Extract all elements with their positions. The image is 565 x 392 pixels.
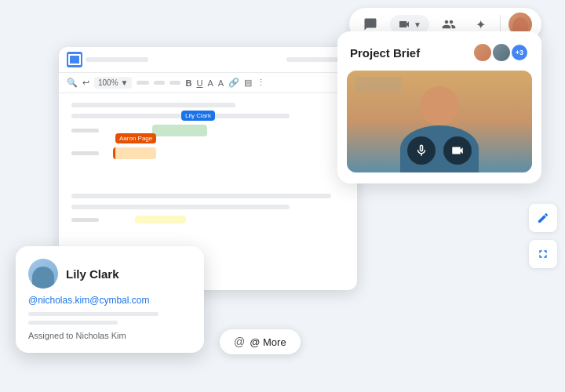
more-label: @ More bbox=[250, 336, 286, 348]
profile-email[interactable]: @nicholas.kim@cymbal.com bbox=[28, 295, 191, 306]
profile-header: Lily Clark bbox=[28, 259, 191, 289]
highlight-btn: A bbox=[218, 78, 224, 88]
person-head bbox=[420, 86, 459, 125]
profile-name: Lily Clark bbox=[66, 267, 119, 281]
profile-line-2 bbox=[28, 321, 118, 325]
t2-minus bbox=[137, 81, 149, 85]
avatar-count: +3 bbox=[510, 43, 529, 62]
at-icon: @ bbox=[234, 336, 245, 348]
video-panel-header: Project Brief +3 bbox=[337, 31, 541, 71]
lily-clark-tag: Lily Clark bbox=[181, 111, 215, 121]
t2-15 bbox=[154, 81, 165, 85]
comment-btn: ▤ bbox=[244, 78, 252, 88]
participants-avatars: +3 bbox=[472, 42, 529, 63]
gantt-chart: Lily Clark Aaron Page bbox=[71, 125, 344, 187]
aaron-page-tag: Aaron Page bbox=[115, 133, 156, 143]
docs-edit-toolbar: 🔍 ↩ 100% ▼ B U A A 🔗 ▤ ⋮ bbox=[59, 73, 357, 93]
avatar-2 bbox=[491, 42, 512, 63]
more-button[interactable]: @ @ More bbox=[220, 329, 301, 354]
profile-avatar bbox=[28, 259, 58, 289]
docs-top-bar bbox=[59, 47, 357, 73]
docs-icon bbox=[67, 52, 82, 67]
project-brief-title: Project Brief bbox=[350, 46, 420, 60]
expand-icon-button[interactable] bbox=[529, 240, 557, 268]
profile-line-1 bbox=[28, 312, 159, 316]
avatar-silhouette bbox=[32, 267, 54, 289]
doc-title-placeholder bbox=[86, 57, 148, 62]
more-btn-docs: ⋮ bbox=[257, 78, 265, 88]
underline-btn: U bbox=[196, 78, 202, 88]
camera-button[interactable] bbox=[443, 136, 472, 165]
docs-content: Lily Clark Aaron Page bbox=[59, 93, 357, 233]
doc-line bbox=[71, 194, 331, 198]
italic-btn: A bbox=[207, 78, 213, 88]
bold-btn: B bbox=[185, 78, 191, 88]
assigned-label: Assigned to Nicholas Kim bbox=[28, 331, 191, 340]
doc-line bbox=[71, 205, 290, 209]
undo-icon: ↩ bbox=[82, 78, 89, 88]
zoom-icon: 🔍 bbox=[67, 78, 78, 88]
side-icons bbox=[529, 204, 557, 268]
edit-icon-button[interactable] bbox=[529, 204, 557, 232]
zoom-level: 100% bbox=[98, 78, 118, 87]
sparkle-icon: ✦ bbox=[476, 17, 486, 32]
link-btn: 🔗 bbox=[228, 78, 239, 88]
kitchen-shelf bbox=[355, 77, 402, 93]
video-controls bbox=[407, 136, 472, 165]
t2-plus bbox=[170, 81, 180, 85]
video-thumbnail bbox=[347, 71, 532, 172]
doc-line bbox=[71, 103, 235, 107]
video-panel: Project Brief +3 bbox=[337, 31, 541, 183]
mic-button[interactable] bbox=[407, 136, 436, 165]
video-chevron: ▼ bbox=[414, 20, 421, 29]
profile-card: Lily Clark @nicholas.kim@cymbal.com Assi… bbox=[16, 246, 204, 353]
avatar-1 bbox=[472, 42, 493, 63]
